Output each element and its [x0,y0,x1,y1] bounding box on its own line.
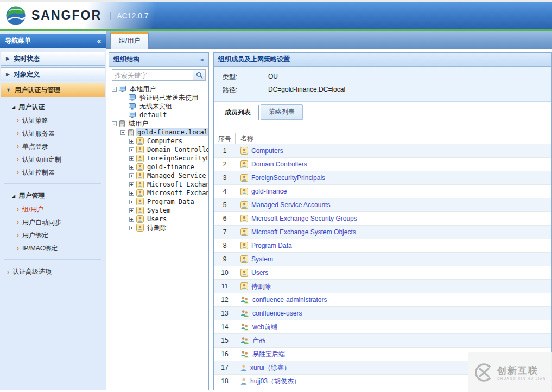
watermark-logo-icon [474,363,493,382]
member-name-link[interactable]: Microsoft Exchange System Objects [251,228,356,236]
table-row: 12confluence-administrators [214,293,551,307]
expand-icon[interactable]: + [129,139,134,144]
member-name-link[interactable]: confluence-users [252,310,302,317]
member-policy-panel: 组织成员及上网策略设置 类型:OU路径:DC=gold-finance,DC=l… [213,52,552,390]
member-name-link[interactable]: gold-finance [251,188,287,195]
sidebar-group[interactable]: ▶对象定义 [1,67,105,81]
sidebar-item[interactable]: ›认证策略 [0,114,106,127]
tree-node-label[interactable]: 验证码已发送未使用 [138,93,199,102]
tree-node-label[interactable]: Microsoft Exchange System Objects [146,189,208,197]
tree-node-label[interactable]: Managed Service Accounts [146,172,208,179]
row-name-cell: 产品 [236,336,551,345]
tree-node-label[interactable]: 域用户 [128,119,149,128]
tab-group-user[interactable]: 组/用户 [110,32,149,49]
sidebar-section-label: 用户管理 [18,191,45,201]
sidebar-section-label: 用户认证 [18,102,45,112]
member-name-link[interactable]: confluence-administrators [252,296,327,304]
tree-node-label[interactable]: 无线来宾组 [138,102,173,111]
panel-collapse-icon[interactable]: « [200,55,204,63]
member-name-link[interactable]: hujj03（胡俊杰） [250,377,300,386]
sidebar-item[interactable]: ›认证页面定制 [0,153,106,166]
info-value: DC=gold-finance,DC=local [268,86,345,95]
sangfor-globe-icon [5,5,26,26]
panel-splitter[interactable] [209,52,213,390]
sidebar-item[interactable]: ›用户绑定 [0,229,106,242]
member-name-link[interactable]: Computers [251,147,283,155]
tree-node-label[interactable]: Program Data [146,198,195,205]
member-name-link[interactable]: Program Data [251,242,292,249]
tree-node-label[interactable]: default [138,111,168,119]
search-input[interactable] [112,69,193,81]
row-number: 5 [214,201,236,209]
sidebar-item[interactable]: ›IP/MAC绑定 [0,242,106,255]
member-name-link[interactable]: Managed Service Accounts [251,201,330,209]
member-name-link[interactable]: Microsoft Exchange Security Groups [251,215,357,222]
row-name-cell: Microsoft Exchange Security Groups [236,215,551,222]
chevron-right-icon: › [17,156,19,163]
expand-icon[interactable]: + [129,156,134,161]
sidebar-item-label: 认证高级选项 [12,267,52,277]
chevron-right-icon: › [17,143,19,150]
ou-icon [240,147,248,155]
expand-icon[interactable]: + [129,226,134,230]
expand-icon[interactable]: + [129,182,134,187]
expand-icon[interactable]: + [129,200,134,204]
collapse-icon[interactable]: - [120,130,125,135]
expand-icon[interactable]: + [129,191,134,196]
ou-icon [240,160,248,168]
sidebar-item-label: 组/用户 [22,205,43,214]
sidebar-item[interactable]: ›认证控制器 [0,166,106,179]
member-name-link[interactable]: 待删除 [251,282,271,291]
ou-icon [136,163,144,171]
sidebar-group[interactable]: ▼用户认证与管理 [1,83,105,97]
sidebar-item[interactable]: ›单点登录 [0,140,106,153]
sidebar-collapse-icon[interactable]: « [97,37,101,45]
table-row: 15产品 [214,334,551,348]
member-name-link[interactable]: 产品 [252,336,265,345]
tree-node-label[interactable]: 本地用户 [129,85,157,94]
sidebar-section[interactable]: ◢用户管理 [0,186,106,203]
sidebar-item[interactable]: ›组/用户 [0,203,106,216]
sidebar-item[interactable]: ›认证服务器 [0,127,106,140]
tab-policy-list[interactable]: 策略列表 [261,104,303,120]
member-name-link[interactable]: Users [251,269,268,277]
member-name-link[interactable]: xurui（徐睿） [250,363,290,372]
tree-node: +Computers [111,137,208,145]
search-button[interactable] [193,69,206,81]
sidebar-section[interactable]: ◢用户认证 [0,97,106,114]
tab-member-list[interactable]: 成员列表 [217,105,259,120]
tree-node-label[interactable]: Microsoft Exchange Security Groups [146,181,208,188]
member-name-link[interactable]: ForeignSecurityPrincipals [251,174,325,182]
member-name-link[interactable]: Domain Controllers [251,160,307,168]
tree-node-label[interactable]: Domain Controllers [146,146,208,153]
expand-icon[interactable]: + [129,165,134,170]
member-table-body: 1Computers2Domain Controllers3ForeignSec… [214,144,551,388]
member-name-link[interactable]: System [251,255,273,263]
member-name-link[interactable]: web前端 [252,323,277,332]
table-row: 10Users [214,266,551,280]
collapse-icon[interactable]: - [112,121,117,126]
tree-node-label[interactable]: gold-finance.local [136,128,208,136]
expand-icon[interactable]: + [129,217,134,222]
row-number: 3 [214,174,236,182]
member-name-link[interactable]: 易胜宝后端 [252,350,285,359]
expand-icon[interactable]: + [129,173,134,178]
sidebar-item[interactable]: ›用户自动同步 [0,216,106,229]
sidebar-item[interactable]: ›认证高级选项 [0,262,106,279]
tree-node-label[interactable]: gold-finance [146,163,195,171]
chevron-right-icon: ▶ [6,72,10,77]
collapse-icon[interactable]: - [112,87,117,92]
tree-node-label[interactable]: ForeignSecurityPrincipals [146,155,208,162]
expand-icon[interactable]: + [129,147,134,152]
sidebar-header: 导航菜单 « [0,34,106,48]
sidebar-group[interactable]: ▶实时状态 [1,52,105,66]
tree-node-label[interactable]: Computers [146,137,183,145]
tree-node-label[interactable]: 待删除 [146,223,168,233]
tree-node-label[interactable]: Users [146,215,168,223]
row-number: 10 [214,269,236,277]
row-name-cell: System [236,255,551,263]
row-name-cell: confluence-administrators [236,296,551,304]
document-tabbar: 组/用户 [106,31,552,49]
expand-icon[interactable]: + [129,208,134,213]
tree-node-label[interactable]: System [146,207,172,214]
